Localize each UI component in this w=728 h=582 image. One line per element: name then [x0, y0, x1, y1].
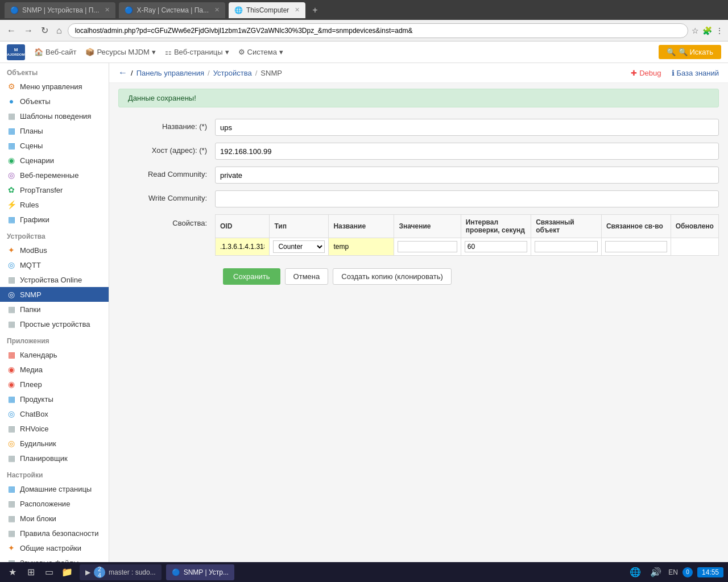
prop-name-input[interactable]: [332, 242, 390, 252]
sidebar-item-rhvoice[interactable]: ▦ RHVoice: [0, 421, 109, 436]
calendar-icon: ▦: [7, 350, 16, 359]
search-button[interactable]: 🔍 🔍 Искать: [659, 45, 721, 59]
header-link-resources[interactable]: 📦 Ресурсы MJDM ▾: [85, 48, 155, 56]
sidebar-item-media[interactable]: ◉ Медиа: [0, 362, 109, 377]
header-link-system[interactable]: ⚙ Система ▾: [238, 48, 283, 56]
nav-forward-button[interactable]: →: [22, 24, 35, 37]
sidebar-item-charts[interactable]: ▦ Графики: [0, 212, 109, 227]
tab-snmp[interactable]: 🔵 SNMP | Устройства | П... ✕: [5, 2, 115, 18]
taskbar-sys-area: 🌐 🔊 EN 0 14:55: [627, 564, 723, 580]
sidebar-item-planner[interactable]: ▦ Планировщик: [0, 451, 109, 465]
form-label-props: Свойства:: [118, 214, 215, 227]
write-community-input[interactable]: [215, 190, 719, 207]
nav-refresh-button[interactable]: ↻: [39, 24, 51, 37]
sidebar-item-mqtt[interactable]: ◎ MQTT: [0, 257, 109, 272]
sidebar-item-objects[interactable]: ● Объекты: [0, 94, 109, 109]
menu-icon[interactable]: ⋮: [715, 26, 723, 35]
browser-chrome: 🔵 SNMP | Устройства | П... ✕ 🔵 X-Ray | С…: [0, 0, 728, 20]
sidebar-item-player[interactable]: ◉ Плеер: [0, 377, 109, 392]
clone-button[interactable]: Создать копию (клонировать): [333, 268, 452, 285]
tab-xray-close[interactable]: ✕: [214, 6, 220, 14]
name-input[interactable]: [215, 119, 719, 136]
homepage-icon: ▦: [7, 484, 16, 493]
tab-xray[interactable]: 🔵 X-Ray | Система | Па... ✕: [119, 2, 225, 18]
plans-icon: ▦: [7, 126, 16, 135]
debug-button[interactable]: ✚ Debug: [631, 69, 661, 77]
prop-oid-input[interactable]: [219, 242, 266, 252]
prop-interval-input[interactable]: [465, 241, 527, 252]
read-community-input[interactable]: [215, 167, 719, 184]
taskbar-lang: EN: [668, 568, 678, 576]
prop-related-prop-input[interactable]: [605, 241, 667, 252]
content-area: ← / Панель управления / Устройства / SNM…: [109, 63, 728, 562]
address-input[interactable]: [68, 23, 688, 38]
sidebar-item-menu[interactable]: ⚙ Меню управления: [0, 79, 109, 94]
taskbar-files-icon[interactable]: 📁: [59, 564, 75, 580]
breadcrumb-dashboard[interactable]: Панель управления: [136, 69, 204, 77]
scenarios-icon: ◉: [7, 156, 16, 165]
sidebar-item-alarm[interactable]: ◎ Будильник: [0, 436, 109, 451]
tab-snmp-close[interactable]: ✕: [105, 6, 110, 14]
bookmark-icon[interactable]: ☆: [692, 26, 699, 35]
sidebar-item-simple[interactable]: ▦ Простые устройства: [0, 317, 109, 331]
taskbar-window-icon[interactable]: ▭: [41, 564, 57, 580]
taskbar-volume-icon[interactable]: 🔊: [648, 564, 664, 580]
address-bar-row: ← → ↻ ⌂ ☆ 🧩 ⋮: [0, 20, 728, 41]
sidebar-item-proptransfer[interactable]: ✿ PropTransfer: [0, 182, 109, 197]
knowledge-button[interactable]: ℹ База знаний: [672, 69, 719, 77]
sidebar-item-rules[interactable]: ⚡ Rules: [0, 197, 109, 212]
folders-icon: ▦: [7, 305, 16, 314]
sidebar-item-scenarios[interactable]: ◉ Сценарии: [0, 153, 109, 168]
sidebar-item-templates[interactable]: ▦ Шаблоны поведения: [0, 109, 109, 123]
new-tab-button[interactable]: +: [309, 5, 321, 15]
products-icon: ▦: [7, 394, 16, 404]
sidebar-item-general[interactable]: ✦ Общие настройки: [0, 541, 109, 555]
extensions-icon[interactable]: 🧩: [702, 26, 712, 35]
header-link-webpages[interactable]: ⚏ Веб-страницы ▾: [165, 48, 229, 56]
sidebar-item-calendar[interactable]: ▦ Календарь: [0, 347, 109, 362]
prop-value-input[interactable]: [398, 241, 457, 252]
taskbar-grid-icon[interactable]: ⊞: [23, 564, 39, 580]
tab-snmp-favicon: 🔵: [10, 6, 19, 14]
nav-home-button[interactable]: ⌂: [54, 24, 64, 37]
taskbar-start-icon[interactable]: ★: [5, 564, 20, 580]
tab-thiscomp[interactable]: 🌐 ThisComputer ✕: [229, 2, 305, 18]
breadcrumb-devices[interactable]: Устройства: [213, 69, 252, 77]
sidebar-item-plans[interactable]: ▦ Планы: [0, 123, 109, 138]
sidebar-item-products[interactable]: ▦ Продукты: [0, 392, 109, 406]
taskbar-app-terminal[interactable]: ▶ 24 master : sudo...: [80, 564, 162, 580]
header-link-website[interactable]: 🏠 Веб-сайт: [34, 48, 76, 56]
taskbar-app-snmp[interactable]: 🔵 SNMP | Устр...: [166, 564, 234, 580]
breadcrumb-back-arrow[interactable]: ←: [118, 68, 127, 78]
rhvoice-icon: ▦: [7, 424, 16, 433]
sidebar-item-folders[interactable]: ▦ Папки: [0, 302, 109, 317]
sidebar-item-modbus[interactable]: ✦ ModBus: [0, 243, 109, 257]
breadcrumb-current: SNMP: [260, 69, 282, 77]
sidebar-item-snmp[interactable]: ◎ SNMP: [0, 287, 109, 302]
sidebar-section-apps: Приложения: [0, 331, 109, 347]
tab-thiscomp-close[interactable]: ✕: [295, 6, 300, 14]
sidebar-item-devonline[interactable]: ▦ Устройства Online: [0, 272, 109, 287]
sidebar-item-audio[interactable]: ▦ Звуковые файлы: [0, 555, 109, 562]
form-label-name: Название: (*): [118, 119, 215, 131]
host-input[interactable]: [215, 143, 719, 160]
sidebar-item-myblocks[interactable]: ▦ Мои блоки: [0, 511, 109, 526]
prop-related-object-input[interactable]: [535, 241, 598, 252]
sidebar-item-location[interactable]: ▦ Расположение: [0, 496, 109, 511]
form-row-read-community: Read Community:: [118, 167, 719, 184]
media-icon: ◉: [7, 365, 16, 374]
tab-snmp-label: SNMP | Устройства | П...: [22, 6, 99, 14]
main-layout: Объекты ⚙ Меню управления ● Объекты ▦ Ша…: [0, 63, 728, 562]
sidebar-item-webvars[interactable]: ◎ Веб-переменные: [0, 168, 109, 182]
webvars-icon: ◎: [7, 171, 16, 180]
sidebar-item-scenes[interactable]: ▦ Сцены: [0, 138, 109, 153]
sidebar-item-security[interactable]: ▦ Правила безопасности: [0, 526, 109, 541]
sidebar-item-homepage[interactable]: ▦ Домашние страницы: [0, 481, 109, 496]
taskbar-battery-badge: 0: [682, 567, 693, 577]
cancel-button[interactable]: Отмена: [285, 268, 329, 285]
save-button[interactable]: Сохранить: [223, 268, 280, 285]
nav-back-button[interactable]: ←: [5, 24, 18, 37]
sidebar-item-chatbox[interactable]: ◎ ChatBox: [0, 406, 109, 421]
prop-type-select[interactable]: Counter Gauge Integer String OctetString: [273, 240, 325, 253]
taskbar-network-icon[interactable]: 🌐: [627, 564, 643, 580]
